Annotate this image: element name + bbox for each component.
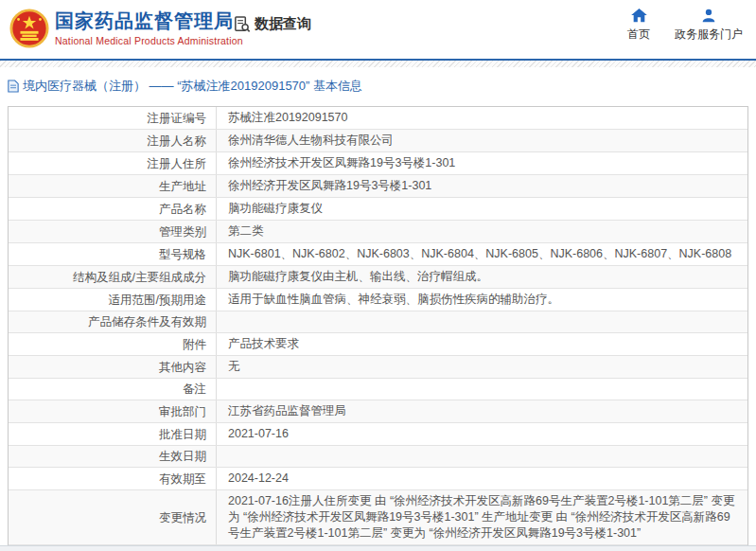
- row-label: 注册人住所: [9, 152, 217, 174]
- row-value: 产品技术要求: [217, 333, 747, 355]
- table-row: 生效日期: [9, 446, 747, 468]
- nav-item-home[interactable]: 首页: [627, 9, 650, 43]
- row-label: 注册人名称: [9, 130, 217, 151]
- data-query-nav[interactable]: 数据查询: [233, 15, 311, 33]
- row-value: 徐州清华德人生物科技有限公司: [217, 130, 747, 151]
- org-name-en: National Medical Products Administration: [55, 35, 243, 46]
- table-row: 适用范围/预期用途 适用于缺血性脑血管病、神经衰弱、脑损伤性疾病的辅助治疗。: [9, 289, 747, 311]
- home-icon: [631, 9, 647, 23]
- row-label: 批准日期: [9, 423, 217, 445]
- row-label: 备注: [9, 379, 217, 400]
- row-label: 型号规格: [9, 243, 217, 265]
- row-value: [217, 311, 747, 332]
- org-name-cn: 国家药品监督管理局: [55, 9, 243, 32]
- table-row: 备注: [9, 379, 747, 400]
- row-label: 注册证编号: [9, 107, 217, 129]
- document-search-icon: [233, 15, 251, 33]
- national-emblem-logo: [9, 7, 49, 50]
- table-row: 其他内容 无: [9, 356, 747, 379]
- table-row: 结构及组成/主要组成成分 脑功能磁疗康复仪由主机、输出线、治疗帽组成。: [9, 266, 747, 289]
- nav-portal-label: 政务服务门户: [675, 27, 743, 43]
- breadcrumb: 境内医疗器械（注册） —— “苏械注准20192091570” 基本信息: [0, 67, 756, 106]
- row-label: 生产地址: [9, 175, 217, 197]
- row-value: [217, 446, 747, 467]
- user-icon: [701, 9, 716, 23]
- table-row: 注册人名称 徐州清华德人生物科技有限公司: [9, 130, 747, 152]
- breadcrumb-text: 境内医疗器械（注册） —— “苏械注准20192091570” 基本信息: [23, 78, 362, 95]
- page-header: 国家药品监督管理局 National Medical Products Admi…: [0, 0, 756, 59]
- row-value: 脑功能磁疗康复仪: [217, 198, 747, 220]
- row-label: 审批部门: [9, 400, 217, 422]
- row-value: 脑功能磁疗康复仪由主机、输出线、治疗帽组成。: [217, 266, 747, 288]
- table-row: 产品储存条件及有效期: [9, 311, 747, 333]
- footer-strip: [0, 545, 756, 551]
- table-row: 管理类别 第二类: [9, 221, 747, 243]
- row-value: 2021-07-16注册人住所变更 由 “徐州经济技术开发区高新路69号生产装置…: [217, 490, 747, 544]
- row-label: 管理类别: [9, 221, 217, 242]
- table-row: 产品名称 脑功能磁疗康复仪: [9, 198, 747, 221]
- row-label: 结构及组成/主要组成成分: [9, 266, 217, 288]
- document-icon: [8, 80, 19, 93]
- nav-item-portal[interactable]: 政务服务门户: [675, 9, 743, 43]
- row-value: 徐州经济开发区凤舞路19号3号楼1-301: [217, 175, 747, 197]
- nav-home-label: 首页: [627, 27, 650, 43]
- registration-info-table: 注册证编号 苏械注准20192091570 注册人名称 徐州清华德人生物科技有限…: [8, 106, 748, 551]
- row-label: 有效期至: [9, 468, 217, 489]
- row-label: 生效日期: [9, 446, 217, 467]
- row-label: 产品储存条件及有效期: [9, 311, 217, 332]
- row-label: 其他内容: [9, 356, 217, 378]
- row-value: 2021-07-16: [217, 423, 747, 445]
- row-value: 江苏省药品监督管理局: [217, 400, 747, 422]
- table-row-change-history: 变更情况 2021-07-16注册人住所变更 由 “徐州经济技术开发区高新路69…: [9, 490, 747, 545]
- top-nav: 首页 政务服务门户: [627, 9, 743, 43]
- row-label: 变更情况: [9, 490, 217, 544]
- table-row: 注册证编号 苏械注准20192091570: [9, 107, 747, 130]
- row-label: 适用范围/预期用途: [9, 289, 217, 311]
- row-value: NJK-6801、NJK-6802、NJK-6803、NJK-6804、NJK-…: [217, 243, 747, 265]
- row-label: 产品名称: [9, 198, 217, 220]
- row-value: 无: [217, 356, 747, 378]
- row-value: 徐州经济技术开发区凤舞路19号3号楼1-301: [217, 152, 747, 174]
- table-row: 审批部门 江苏省药品监督管理局: [9, 400, 747, 423]
- hatch-strip: [0, 61, 756, 67]
- table-row: 注册人住所 徐州经济技术开发区凤舞路19号3号楼1-301: [9, 152, 747, 175]
- table-row: 有效期至 2024-12-24: [9, 468, 747, 490]
- table-row: 附件 产品技术要求: [9, 333, 747, 356]
- row-value: 适用于缺血性脑血管病、神经衰弱、脑损伤性疾病的辅助治疗。: [217, 289, 747, 311]
- row-label: 附件: [9, 333, 217, 355]
- table-row: 生产地址 徐州经济开发区凤舞路19号3号楼1-301: [9, 175, 747, 198]
- table-row: 型号规格 NJK-6801、NJK-6802、NJK-6803、NJK-6804…: [9, 243, 747, 266]
- data-query-label: 数据查询: [255, 15, 311, 33]
- row-value: 第二类: [217, 221, 747, 242]
- row-value: [217, 379, 747, 400]
- row-value: 2024-12-24: [217, 468, 747, 489]
- table-row: 批准日期 2021-07-16: [9, 423, 747, 446]
- row-value: 苏械注准20192091570: [217, 107, 747, 129]
- org-title-block: 国家药品监督管理局 National Medical Products Admi…: [55, 9, 243, 46]
